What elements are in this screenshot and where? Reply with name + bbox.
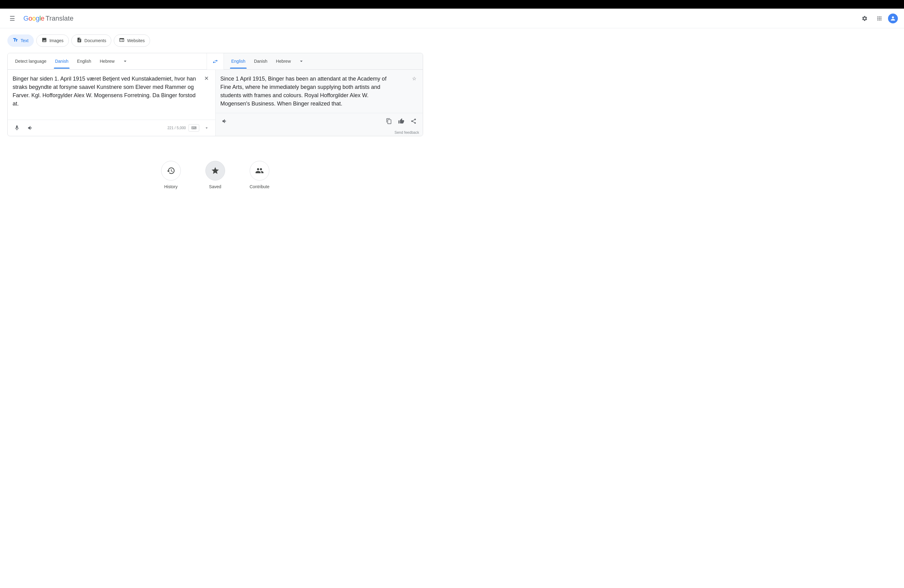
tab-documents-label: Documents — [85, 38, 106, 43]
logo-translate-text: Translate — [46, 14, 73, 22]
save-translation-button[interactable]: ☆ — [409, 74, 419, 83]
translation-container: Detect language Danish English Hebrew — [7, 53, 423, 136]
header-left: ☰ Google Translate — [6, 12, 73, 25]
tabs-row: Text Images Documents Websites — [7, 35, 423, 47]
target-lang-bar: English Danish Hebrew — [224, 53, 423, 70]
websites-tab-icon — [119, 37, 125, 44]
clear-button[interactable]: ✕ — [202, 74, 212, 83]
target-more-langs-btn[interactable] — [296, 56, 307, 67]
listen-target-button[interactable] — [219, 115, 230, 127]
source-more-langs-btn[interactable] — [120, 56, 131, 67]
top-bar — [0, 0, 904, 9]
contribute-item[interactable]: Contribute — [250, 161, 270, 189]
menu-button[interactable]: ☰ — [6, 12, 19, 25]
tab-websites[interactable]: Websites — [114, 35, 150, 47]
target-text-panel: Since 1 April 1915, Binger has been an a… — [215, 70, 423, 136]
tab-text[interactable]: Text — [7, 35, 34, 47]
contribute-icon-circle — [250, 161, 269, 180]
mic-button[interactable] — [11, 122, 22, 133]
tab-documents[interactable]: Documents — [71, 35, 112, 47]
apps-button[interactable] — [873, 12, 885, 25]
target-english-btn[interactable]: English — [228, 56, 249, 66]
send-feedback[interactable]: Send feedback — [215, 129, 423, 136]
detect-language-btn[interactable]: Detect language — [11, 56, 50, 66]
source-input-wrapper: Binger har siden 1. April 1915 været Bet… — [8, 70, 215, 120]
avatar[interactable] — [888, 14, 898, 24]
target-hebrew-btn[interactable]: Hebrew — [272, 56, 295, 66]
source-textarea[interactable]: Binger har siden 1. April 1915 været Bet… — [8, 70, 215, 120]
source-footer-left — [11, 122, 36, 133]
documents-tab-icon — [77, 37, 82, 44]
target-danish-btn[interactable]: Danish — [250, 56, 271, 66]
header: ☰ Google Translate — [0, 9, 904, 28]
source-text-panel: Binger har siden 1. April 1915 været Bet… — [8, 70, 215, 136]
saved-item[interactable]: Saved — [205, 161, 225, 189]
swap-btn-container — [207, 53, 224, 70]
settings-button[interactable] — [858, 12, 871, 25]
tab-websites-label: Websites — [127, 38, 144, 43]
text-tab-icon — [13, 37, 18, 44]
share-translation-button[interactable] — [408, 115, 419, 127]
source-footer-more-btn[interactable] — [202, 123, 212, 133]
thumbs-up-button[interactable] — [396, 115, 407, 127]
source-danish-btn[interactable]: Danish — [51, 56, 72, 66]
copy-translation-button[interactable] — [383, 115, 395, 127]
logo[interactable]: Google Translate — [24, 14, 73, 22]
history-item[interactable]: History — [161, 161, 181, 189]
translation-text: Since 1 April 1915, Binger has been an a… — [220, 75, 408, 108]
source-lang-bar: Detect language Danish English Hebrew — [8, 53, 207, 70]
swap-languages-button[interactable] — [208, 54, 223, 69]
history-icon-circle — [161, 161, 181, 180]
history-label: History — [164, 184, 178, 189]
main-content: Text Images Documents Websites — [0, 28, 430, 201]
contribute-label: Contribute — [250, 184, 270, 189]
language-bars: Detect language Danish English Hebrew — [8, 53, 423, 70]
source-footer-right: 221 / 5,000 ⌨ — [167, 123, 211, 133]
tab-images-label: Images — [49, 38, 64, 43]
saved-icon-circle — [205, 161, 225, 180]
source-footer: 221 / 5,000 ⌨ — [8, 120, 215, 136]
translation-text-wrapper: Since 1 April 1915, Binger has been an a… — [215, 70, 423, 113]
tab-images[interactable]: Images — [36, 35, 69, 47]
logo-google-text: Google — [24, 14, 44, 22]
images-tab-icon — [41, 37, 47, 44]
target-footer — [215, 113, 423, 129]
keyboard-button[interactable]: ⌨ — [188, 124, 199, 132]
target-footer-right — [383, 115, 419, 127]
source-english-btn[interactable]: English — [73, 56, 95, 66]
tab-text-label: Text — [21, 38, 28, 43]
bottom-section: History Saved Contribute — [7, 155, 423, 195]
text-panels: Binger har siden 1. April 1915 været Bet… — [8, 70, 423, 136]
source-hebrew-btn[interactable]: Hebrew — [96, 56, 118, 66]
char-count: 221 / 5,000 — [167, 126, 186, 130]
listen-source-button[interactable] — [25, 122, 36, 133]
header-right — [858, 12, 898, 25]
saved-label: Saved — [209, 184, 221, 189]
